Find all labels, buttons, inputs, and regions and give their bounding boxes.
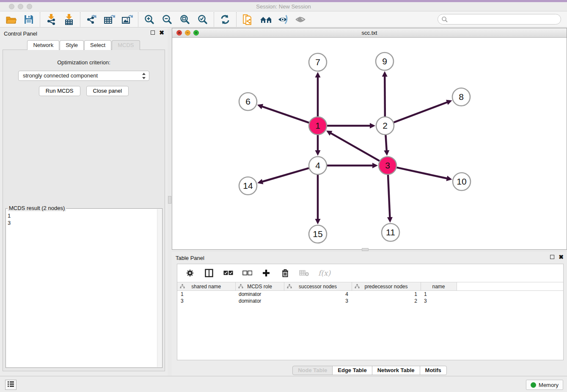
graph-node-label: 8 bbox=[459, 92, 464, 102]
network-graph[interactable]: 7968124314101511 bbox=[172, 38, 567, 249]
graph-node-label: 4 bbox=[315, 160, 320, 170]
refresh-layout-icon[interactable] bbox=[219, 14, 231, 25]
column-mcds-role[interactable]: MCDS role bbox=[235, 282, 284, 291]
task-history-button[interactable] bbox=[5, 380, 17, 390]
search-input[interactable] bbox=[438, 14, 561, 25]
function-builder-icon[interactable]: f(x) bbox=[318, 269, 330, 277]
trash-icon[interactable] bbox=[280, 268, 290, 278]
table-row[interactable]: 3dominator323 bbox=[177, 298, 563, 304]
export-network-icon[interactable] bbox=[85, 14, 97, 25]
first-neighbors-icon[interactable] bbox=[259, 14, 271, 25]
graph-edge[interactable] bbox=[261, 106, 309, 123]
edge-arrowhead-icon bbox=[387, 217, 393, 223]
clone-network-icon[interactable] bbox=[242, 14, 253, 25]
window-title: Session: New Session bbox=[0, 3, 567, 10]
save-session-icon[interactable] bbox=[23, 14, 35, 25]
result-scrollbar[interactable] bbox=[157, 209, 162, 367]
import-table-icon[interactable] bbox=[63, 14, 75, 25]
mcds-result-text[interactable]: 1 3 bbox=[8, 212, 156, 366]
graph-edge[interactable] bbox=[385, 135, 386, 151]
table-panel: Table Panel ✖ bbox=[172, 252, 567, 376]
table-row[interactable]: 1dominator411 bbox=[177, 291, 563, 298]
zoom-fit-icon[interactable] bbox=[179, 14, 191, 25]
graph-node-label: 15 bbox=[313, 229, 322, 239]
hide-selected-icon[interactable] bbox=[277, 14, 289, 25]
vertical-splitter-handle[interactable] bbox=[168, 196, 171, 204]
table-toolbar: f(x) bbox=[177, 264, 563, 282]
edge-arrowhead-icon bbox=[257, 104, 263, 109]
column-name[interactable]: name bbox=[421, 282, 457, 291]
search-icon bbox=[441, 16, 448, 24]
node-table: shared name MCDS role successor nodes pr… bbox=[177, 282, 563, 304]
float-table-panel-icon[interactable] bbox=[550, 255, 554, 259]
hierarchy-icon bbox=[355, 284, 360, 290]
table-header-row: shared name MCDS role successor nodes pr… bbox=[177, 282, 563, 291]
hierarchy-icon bbox=[180, 284, 185, 290]
zoom-selected-icon[interactable] bbox=[197, 14, 209, 25]
tab-node-table[interactable]: Node Table bbox=[292, 366, 333, 375]
criterion-dropdown[interactable]: strongly connected component bbox=[18, 71, 149, 81]
graph-node-label: 14 bbox=[243, 181, 253, 190]
chevron-up-down-icon bbox=[142, 72, 146, 80]
main-toolbar bbox=[0, 11, 567, 28]
tab-network[interactable]: Network bbox=[27, 40, 59, 50]
graph-node-label: 6 bbox=[245, 97, 250, 106]
tab-network-table[interactable]: Network Table bbox=[372, 366, 420, 375]
zoom-in-icon[interactable] bbox=[143, 14, 155, 25]
close-panel-icon[interactable]: ✖ bbox=[159, 30, 164, 35]
split-columns-icon[interactable] bbox=[204, 268, 214, 278]
mcds-result-box: MCDS result (2 nodes) 1 3 bbox=[6, 208, 162, 368]
column-shared-name[interactable]: shared name bbox=[177, 282, 235, 291]
edge-arrowhead-icon bbox=[372, 163, 378, 168]
column-successor-nodes[interactable]: successor nodes bbox=[284, 282, 352, 291]
graph-edge[interactable] bbox=[262, 168, 309, 182]
close-table-panel-icon[interactable]: ✖ bbox=[559, 255, 564, 259]
network-title: scc.txt bbox=[172, 30, 567, 36]
import-network-icon[interactable] bbox=[45, 14, 57, 25]
export-table-icon[interactable] bbox=[103, 14, 115, 25]
hierarchy-icon bbox=[238, 284, 243, 290]
select-all-checks-icon[interactable] bbox=[223, 268, 233, 278]
graph-node-label: 10 bbox=[457, 177, 466, 186]
edge-arrowhead-icon bbox=[370, 123, 375, 129]
graph-edge[interactable] bbox=[388, 175, 390, 218]
show-all-icon[interactable] bbox=[295, 14, 307, 25]
graph-edge[interactable] bbox=[396, 168, 447, 179]
deselect-checks-icon[interactable] bbox=[242, 268, 252, 278]
horizontal-splitter-handle[interactable] bbox=[362, 248, 369, 251]
memory-label: Memory bbox=[539, 382, 559, 388]
tab-style[interactable]: Style bbox=[60, 40, 84, 50]
table-panel-title: Table Panel bbox=[176, 255, 204, 261]
graph-node-label: 3 bbox=[385, 160, 390, 170]
run-mcds-button[interactable]: Run MCDS bbox=[39, 86, 80, 96]
graph-edge[interactable] bbox=[385, 76, 385, 116]
network-view-window: ✕ − + scc.txt 7968124314101511 bbox=[172, 28, 567, 250]
tab-motifs[interactable]: Motifs bbox=[420, 366, 447, 375]
graph-edge[interactable] bbox=[394, 102, 448, 122]
float-panel-icon[interactable] bbox=[151, 30, 155, 35]
column-predecessor-nodes[interactable]: predecessor nodes bbox=[352, 282, 421, 291]
graph-node-label: 7 bbox=[315, 57, 320, 67]
open-session-icon[interactable] bbox=[5, 14, 17, 25]
close-panel-button[interactable]: Close panel bbox=[86, 86, 129, 96]
graph-node-label: 9 bbox=[382, 56, 387, 66]
graph-edge[interactable] bbox=[330, 133, 380, 161]
tab-edge-table[interactable]: Edge Table bbox=[332, 366, 372, 375]
zoom-out-icon[interactable] bbox=[161, 14, 173, 25]
tab-select[interactable]: Select bbox=[84, 40, 111, 50]
edge-arrowhead-icon bbox=[315, 219, 321, 224]
gear-icon[interactable] bbox=[185, 268, 195, 278]
network-canvas[interactable]: 7968124314101511 bbox=[172, 38, 567, 249]
network-window-titlebar[interactable]: ✕ − + scc.txt bbox=[172, 28, 567, 38]
mcds-result-title: MCDS result (2 nodes) bbox=[8, 205, 66, 211]
add-icon[interactable] bbox=[261, 268, 271, 278]
delete-table-icon[interactable] bbox=[299, 268, 309, 278]
list-icon bbox=[8, 381, 14, 388]
export-image-icon[interactable] bbox=[121, 14, 133, 25]
node-table-container: f(x) shared name MCDS role successor nod… bbox=[177, 264, 564, 360]
memory-button[interactable]: Memory bbox=[526, 380, 563, 390]
edge-arrowhead-icon bbox=[446, 176, 452, 181]
tab-mcds[interactable]: MCDS bbox=[112, 40, 140, 50]
graph-node-label: 1 bbox=[315, 121, 320, 130]
graph-node-label: 2 bbox=[383, 121, 388, 130]
